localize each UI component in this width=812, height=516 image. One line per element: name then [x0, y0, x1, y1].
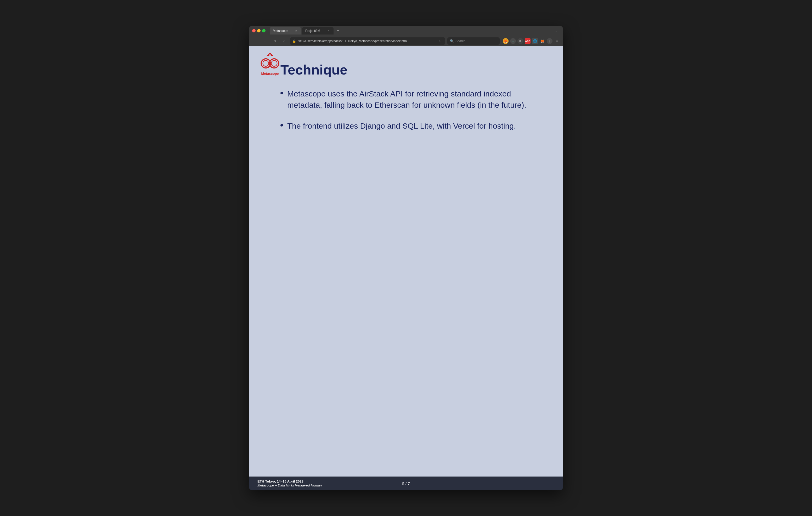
minimize-button[interactable] — [257, 29, 261, 32]
slide-area: Metascope Technique Metascope uses the A… — [249, 46, 563, 477]
tab-label: Metascope — [273, 29, 288, 33]
bookmark-button[interactable]: ☆ — [437, 38, 443, 44]
bullet-dot-1 — [281, 92, 283, 94]
home-button[interactable]: ⌂ — [281, 37, 288, 45]
tabs-chevron[interactable]: ⌄ — [553, 27, 560, 34]
footer-page: 5 / 7 — [402, 481, 410, 486]
url-text: file:///Users/kitblake/apps/hacks/ETHTok… — [298, 39, 435, 43]
new-tab-button[interactable]: + — [335, 27, 341, 34]
tab-label: ProjectGM — [305, 29, 320, 33]
search-bar[interactable]: 🔍 Search — [447, 37, 500, 45]
svg-point-4 — [271, 60, 277, 66]
back-button[interactable]: ← — [252, 37, 260, 45]
browser-window: Metascope ✕ ProjectGM ✕ + ⌄ ← → ↻ ⌂ 🔒 fi… — [249, 26, 563, 490]
logo-graphic — [260, 52, 281, 71]
tab-metascope[interactable]: Metascope ✕ — [270, 27, 301, 34]
tab-close-metascope[interactable]: ✕ — [294, 29, 298, 33]
nav-bar: ← → ↻ ⌂ 🔒 file:///Users/kitblake/apps/ha… — [249, 36, 563, 46]
bullet-item-2: The frontend utilizes Django and SQL Lit… — [281, 120, 547, 132]
menu-button[interactable]: ≡ — [554, 38, 560, 44]
slide-logo: Metascope — [260, 52, 281, 75]
bullet-item-1: Metascope uses the AirStack API for retr… — [281, 88, 547, 111]
tab-projectgm[interactable]: ProjectGM ✕ — [302, 27, 334, 34]
slide-footer: ETH Tokyo, 14~16 April 2023 Metascope – … — [249, 477, 563, 490]
bullet-dot-2 — [281, 124, 283, 126]
tabs-area: Metascope ✕ ProjectGM ✕ + ⌄ — [270, 27, 560, 34]
content-area: Metascope Technique Metascope uses the A… — [249, 46, 563, 490]
bullet-text-1: Metascope uses the AirStack API for retr… — [287, 88, 547, 111]
search-placeholder: Search — [456, 39, 465, 43]
slide-title: Technique — [281, 62, 547, 78]
maximize-button[interactable] — [262, 29, 265, 32]
extension-icon-1[interactable]: 🦊 — [503, 38, 509, 44]
toolbar-icons: 🦊 ♡ K ABP 🌐 🦊 ↑ ≡ — [503, 38, 560, 44]
extension-icon-2[interactable]: ♡ — [510, 38, 516, 44]
address-bar[interactable]: 🔒 file:///Users/kitblake/apps/hacks/ETHT… — [290, 37, 445, 45]
close-button[interactable] — [252, 29, 256, 32]
extension-icon-globe[interactable]: 🌐 — [532, 38, 538, 44]
title-bar: Metascope ✕ ProjectGM ✕ + ⌄ — [249, 26, 563, 36]
lock-icon: 🔒 — [292, 39, 296, 43]
bullet-text-2: The frontend utilizes Django and SQL Lit… — [287, 120, 516, 132]
extension-icon-share[interactable]: ↑ — [547, 38, 552, 44]
extension-icon-firefox[interactable]: 🦊 — [540, 38, 545, 44]
search-icon: 🔍 — [450, 39, 454, 43]
footer-left: ETH Tokyo, 14~16 April 2023 Metascope – … — [257, 479, 402, 487]
svg-rect-2 — [269, 62, 270, 64]
footer-subtitle: Metascope – Data NFTs Rendered Human — [257, 483, 402, 487]
tab-close-projectgm[interactable]: ✕ — [327, 29, 330, 33]
forward-button[interactable]: → — [262, 37, 269, 45]
extension-icon-abp[interactable]: ABP — [525, 38, 530, 44]
logo-text: Metascope — [261, 72, 279, 75]
reload-button[interactable]: ↻ — [271, 37, 278, 45]
traffic-lights — [252, 29, 265, 32]
footer-event: ETH Tokyo, 14~16 April 2023 — [257, 479, 402, 483]
slide-bullets: Metascope uses the AirStack API for retr… — [281, 88, 547, 132]
svg-point-3 — [263, 60, 269, 66]
slide-main: Technique Metascope uses the AirStack AP… — [265, 62, 547, 469]
extension-icon-k[interactable]: K — [517, 38, 523, 44]
